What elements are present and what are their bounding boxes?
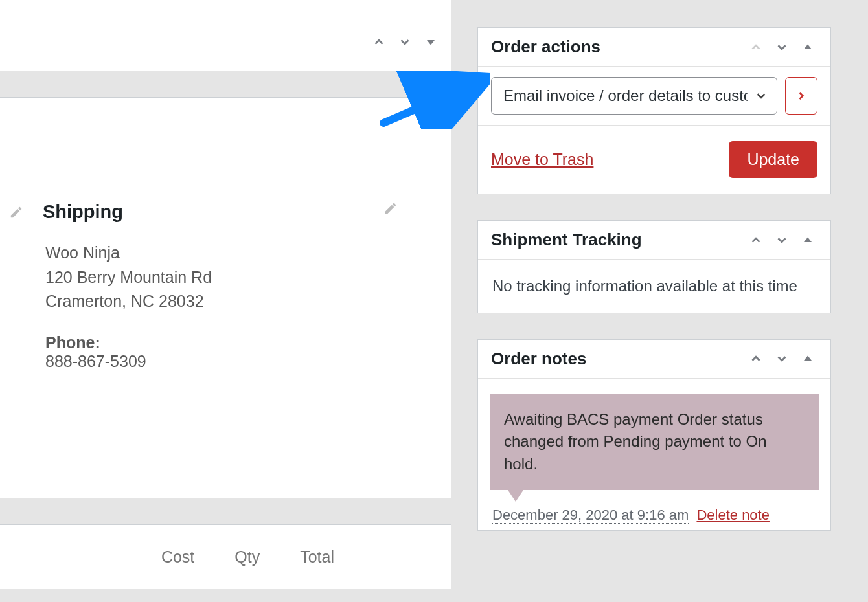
tracking-empty-text: No tracking information available at thi… <box>478 260 830 313</box>
chevron-up-icon[interactable] <box>746 230 766 250</box>
shipment-tracking-panel: Shipment Tracking No tracking informatio… <box>477 220 831 313</box>
chevron-down-icon[interactable] <box>772 38 792 57</box>
note-timestamp: December 29, 2020 at 9:16 am <box>492 507 689 524</box>
order-note: Awaiting BACS payment Order status chang… <box>490 394 819 490</box>
delete-note-link[interactable]: Delete note <box>696 507 770 523</box>
col-qty: Qty <box>234 548 260 566</box>
pencil-icon[interactable] <box>9 205 23 219</box>
caret-up-icon[interactable] <box>798 230 817 250</box>
chevron-up-icon[interactable] <box>746 38 766 57</box>
shipping-addr2: Cramerton, NC 28032 <box>45 289 408 314</box>
pencil-icon[interactable] <box>383 201 398 216</box>
col-total: Total <box>300 548 334 566</box>
order-notes-panel: Order notes Awaiting BACS payment Order … <box>477 339 831 531</box>
update-button[interactable]: Update <box>729 141 817 178</box>
shipment-tracking-title: Shipment Tracking <box>491 230 642 250</box>
svg-marker-3 <box>804 356 812 361</box>
shipping-panel: Shipping Woo Ninja 120 Berry Mountain Rd… <box>0 97 451 498</box>
phone-value: 888-867-5309 <box>45 352 408 371</box>
caret-down-icon[interactable] <box>421 32 440 52</box>
chevron-up-icon[interactable] <box>746 349 766 368</box>
chevron-down-icon[interactable] <box>772 349 792 368</box>
shipping-addr1: 120 Berry Mountain Rd <box>45 265 408 290</box>
run-action-button[interactable] <box>785 77 817 115</box>
items-table-header: Cost Qty Total <box>0 524 451 589</box>
order-meta-panel <box>0 0 451 71</box>
svg-marker-0 <box>427 40 435 45</box>
order-action-select[interactable] <box>491 77 777 115</box>
chevron-up-icon[interactable] <box>369 32 389 52</box>
caret-up-icon[interactable] <box>798 38 817 57</box>
col-cost: Cost <box>161 548 194 566</box>
chevron-down-icon[interactable] <box>395 32 415 52</box>
move-to-trash-link[interactable]: Move to Trash <box>491 150 593 169</box>
order-actions-panel: Order actions <box>477 27 831 194</box>
svg-marker-2 <box>804 237 812 242</box>
order-notes-title: Order notes <box>491 349 586 369</box>
chevron-down-icon[interactable] <box>772 230 792 250</box>
phone-label: Phone: <box>45 333 408 352</box>
order-actions-title: Order actions <box>491 37 600 57</box>
caret-up-icon[interactable] <box>798 349 817 368</box>
shipping-title: Shipping <box>43 201 123 223</box>
shipping-name: Woo Ninja <box>45 241 408 265</box>
svg-marker-1 <box>804 44 812 49</box>
